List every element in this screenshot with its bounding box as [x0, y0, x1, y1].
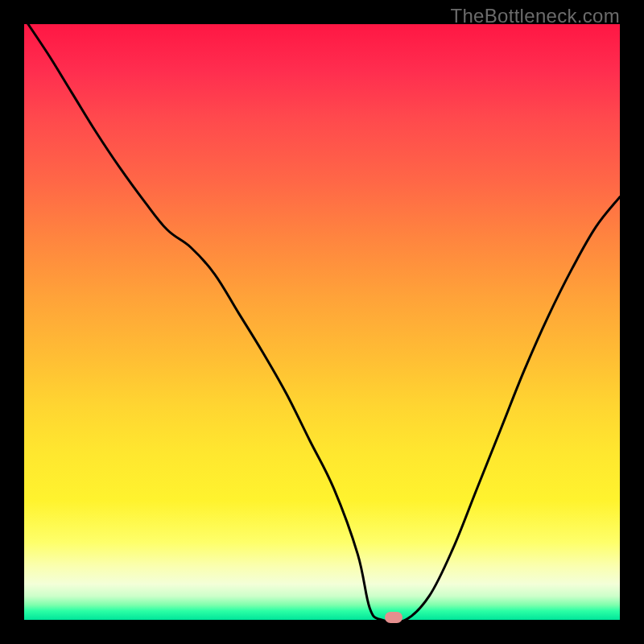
optimum-marker	[385, 612, 402, 623]
plot-area	[24, 24, 620, 620]
chart-frame: TheBottleneck.com	[0, 0, 644, 644]
watermark-text: TheBottleneck.com	[450, 5, 620, 27]
bottleneck-curve	[24, 24, 620, 620]
curve-path	[24, 24, 620, 620]
